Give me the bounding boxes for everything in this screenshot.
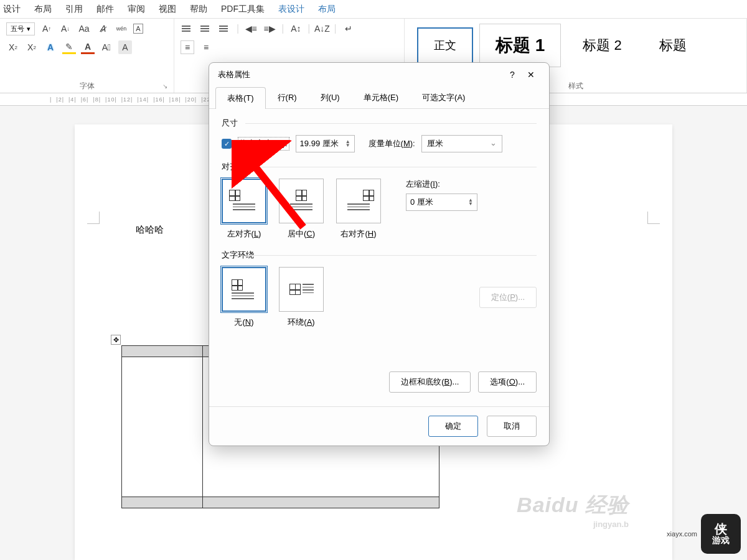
multilevel-icon[interactable] xyxy=(218,22,232,35)
font-launcher-icon[interactable]: ↘ xyxy=(162,83,170,90)
wrap-around-label: 环绕(A) xyxy=(279,317,324,328)
position-button: 定位(P)... xyxy=(479,287,537,308)
table-move-handle[interactable]: ✥ xyxy=(111,335,121,345)
text-direction-icon[interactable]: A↕ xyxy=(289,22,303,35)
dialog-close-button[interactable]: ✕ xyxy=(522,70,540,80)
menu-design[interactable]: 设计 xyxy=(3,4,21,15)
style-normal[interactable]: 正文 xyxy=(417,27,473,63)
wrap-none-option[interactable] xyxy=(222,267,266,312)
crop-mark-tl xyxy=(87,212,100,224)
menu-review[interactable]: 审阅 xyxy=(128,4,145,15)
align-left-icon[interactable]: ≡ xyxy=(181,40,194,54)
wrap-none-label: 无(N) xyxy=(222,317,266,328)
font-color-icon[interactable]: A xyxy=(81,40,95,54)
align-right-option[interactable] xyxy=(336,179,381,223)
align-center-label: 居中(C) xyxy=(279,228,324,240)
align-center-option[interactable] xyxy=(279,179,324,223)
align-center-icon[interactable]: ≡ xyxy=(199,40,213,54)
cancel-button[interactable]: 取消 xyxy=(487,416,537,437)
tab-row[interactable]: 行(R) xyxy=(266,86,309,108)
baidu-watermark: Baidu 经验 jingyan.b xyxy=(517,491,629,529)
indent-value-input[interactable]: 0 厘米 ▲▼ xyxy=(406,194,477,211)
increase-font-icon[interactable]: A↑ xyxy=(40,22,54,35)
subscript-icon[interactable]: X2 xyxy=(6,40,20,54)
unit-select[interactable]: 厘米⌄ xyxy=(421,135,502,152)
bullets-icon[interactable] xyxy=(181,22,194,35)
font-size-combo[interactable]: 五号▾ xyxy=(6,22,35,35)
tab-column[interactable]: 列(U) xyxy=(309,86,352,108)
wrap-around-option[interactable] xyxy=(279,267,324,312)
menu-table-design[interactable]: 表设计 xyxy=(278,4,304,15)
increase-indent-icon[interactable]: ≡▶ xyxy=(263,22,276,35)
dialog-title: 表格属性 xyxy=(218,69,503,80)
width-value-input[interactable]: 19.99 厘米 ▲▼ xyxy=(296,135,355,152)
decrease-font-icon[interactable]: A↓ xyxy=(59,22,72,35)
dialog-help-button[interactable]: ? xyxy=(503,70,522,80)
table-properties-dialog: 表格属性 ? ✕ 表格(T) 行(R) 列(U) 单元格(E) 可选文字(A) … xyxy=(209,62,550,446)
numbering-icon[interactable] xyxy=(199,22,213,35)
unit-label: 度量单位(M): xyxy=(369,138,415,149)
phonetic-guide-icon[interactable]: wén xyxy=(115,22,128,35)
xiayx-watermark: xiayx.com 侠 游戏 xyxy=(667,514,741,554)
show-marks-icon[interactable]: ↵ xyxy=(342,22,355,35)
styles-group-label: 样式 xyxy=(568,81,583,91)
menu-help[interactable]: 帮助 xyxy=(190,4,207,15)
decrease-indent-icon[interactable]: ◀≡ xyxy=(244,22,258,35)
font-group-label: 字体 xyxy=(80,81,95,91)
tab-cell[interactable]: 单元格(E) xyxy=(352,86,410,108)
char-border-icon[interactable]: A xyxy=(133,24,143,34)
options-button[interactable]: 选项(O)... xyxy=(478,371,537,393)
tab-table[interactable]: 表格(T) xyxy=(215,87,266,109)
dialog-titlebar: 表格属性 ? ✕ xyxy=(209,63,549,86)
size-section-label: 尺寸 xyxy=(222,118,537,129)
menu-view[interactable]: 视图 xyxy=(159,4,176,15)
specify-width-label: 指定宽度(W): xyxy=(238,137,289,151)
tab-alt-text[interactable]: 可选文字(A) xyxy=(410,86,477,108)
ok-button[interactable]: 确定 xyxy=(428,416,478,437)
crop-mark-tr xyxy=(647,212,660,224)
char-shade-icon[interactable]: A xyxy=(118,40,132,54)
menu-pdf[interactable]: PDF工具集 xyxy=(221,4,265,15)
menu-references[interactable]: 引用 xyxy=(65,4,83,15)
text-effects-icon[interactable]: A xyxy=(44,40,57,54)
sort-icon[interactable]: A↓Z xyxy=(315,22,329,35)
borders-button[interactable]: 边框和底纹(B)... xyxy=(389,371,471,393)
document-text[interactable]: 哈哈哈 xyxy=(136,224,164,236)
style-heading1[interactable]: 标题 1 xyxy=(479,24,561,67)
menu-table-layout[interactable]: 布局 xyxy=(318,4,336,15)
style-heading2[interactable]: 标题 2 xyxy=(567,27,637,64)
char-shading-icon[interactable]: A⃝ xyxy=(100,40,113,54)
spinner-icon[interactable]: ▲▼ xyxy=(345,140,350,147)
menu-mail[interactable]: 邮件 xyxy=(96,4,114,15)
indent-label: 左缩进(I): xyxy=(406,179,477,190)
align-left-option[interactable] xyxy=(222,179,266,223)
spinner-icon[interactable]: ▲▼ xyxy=(468,198,473,206)
specify-width-checkbox[interactable]: ✓ xyxy=(222,139,232,149)
superscript-icon[interactable]: X2 xyxy=(25,40,39,54)
menubar: 设计 布局 引用 邮件 审阅 视图 帮助 PDF工具集 表设计 布局 xyxy=(0,0,747,19)
dialog-tabs: 表格(T) 行(R) 列(U) 单元格(E) 可选文字(A) xyxy=(209,86,549,109)
style-heading3[interactable]: 标题 xyxy=(644,27,702,64)
change-case-icon[interactable]: Aa xyxy=(77,22,91,35)
menu-layout[interactable]: 布局 xyxy=(34,4,52,15)
highlight-icon[interactable]: ✎ xyxy=(62,40,76,54)
align-right-label: 右对齐(H) xyxy=(336,228,381,240)
wrap-section-label: 文字环绕 xyxy=(222,250,537,261)
align-section-label: 对齐 xyxy=(222,161,537,172)
ribbon-font-group: 五号▾ A↑ A↓ Aa A̷ wén A X2 X2 A ✎ A A⃝ A 字… xyxy=(0,19,174,93)
clear-format-icon[interactable]: A̷ xyxy=(96,22,110,35)
align-left-label: 左对齐(L) xyxy=(222,228,266,240)
